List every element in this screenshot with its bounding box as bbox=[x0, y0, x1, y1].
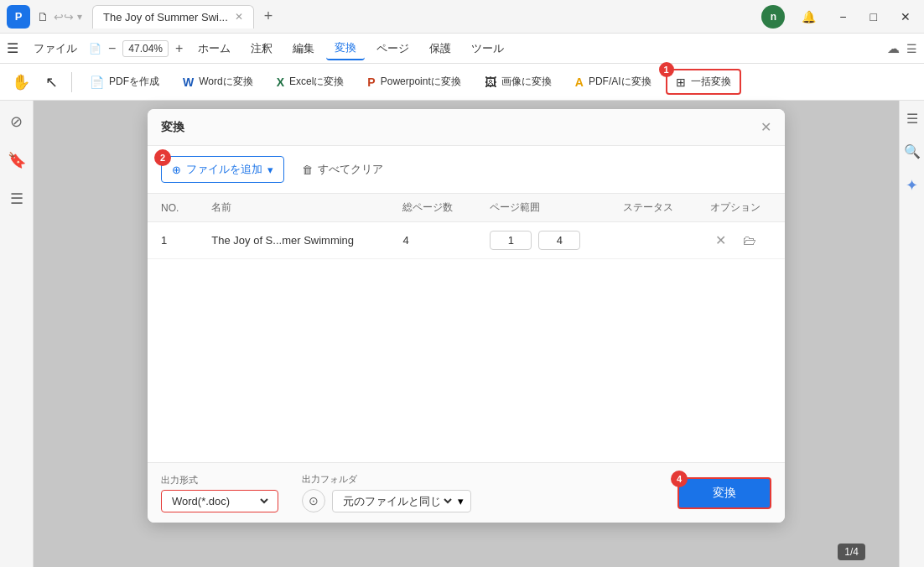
folder-circle-icon[interactable]: ⊙ bbox=[302, 489, 325, 512]
menu-more-icon[interactable]: ☰ bbox=[906, 42, 917, 55]
tab-title: The Joy of Summer Swi... bbox=[103, 11, 228, 23]
hand-tool[interactable]: ✋ bbox=[7, 70, 35, 95]
word-convert-button[interactable]: W Wordに変換 bbox=[174, 70, 262, 94]
image-convert-button[interactable]: 🖼 画像に変換 bbox=[475, 70, 561, 94]
row-folder-button[interactable]: 🗁 bbox=[738, 231, 761, 250]
word-icon: W bbox=[183, 75, 194, 89]
doc-icon: 🗋 bbox=[37, 10, 49, 23]
create-pdf-button[interactable]: 📄 PDFを作成 bbox=[80, 70, 169, 94]
dialog-close-button[interactable]: ✕ bbox=[760, 119, 771, 135]
clear-icon: 🗑 bbox=[302, 164, 313, 176]
right-icon-panel[interactable]: ☰ bbox=[903, 107, 921, 130]
add-file-button[interactable]: ⊕ ファイルを追加 ▾ bbox=[161, 156, 284, 183]
col-no: NO. bbox=[148, 194, 198, 222]
output-format-label: 出力形式 bbox=[161, 474, 278, 486]
excel-convert-button[interactable]: X Excelに変換 bbox=[267, 70, 354, 94]
row-no: 1 bbox=[148, 222, 198, 259]
batch-convert-button[interactable]: ⊞ 一括変換 bbox=[666, 69, 741, 95]
batch-icon: ⊞ bbox=[676, 75, 686, 89]
title-dropdown[interactable]: ▾ bbox=[77, 11, 82, 23]
col-name: 名前 bbox=[198, 194, 389, 222]
page-indicator: 1/4 bbox=[838, 544, 865, 560]
tab-close[interactable]: ✕ bbox=[235, 11, 243, 23]
pdfai-icon: A bbox=[575, 75, 584, 89]
table-body: 1 The Joy of S...mer Swimming 4 bbox=[148, 222, 785, 259]
sidebar-icon-comments[interactable]: ☰ bbox=[5, 185, 29, 213]
zoom-out-btn[interactable]: − bbox=[105, 39, 119, 58]
output-format-select[interactable]: Word(*.doc) Word(*.docx) Excel(*.xls) Po… bbox=[169, 494, 271, 508]
menu-protect[interactable]: 保護 bbox=[421, 38, 459, 60]
page-to-input[interactable] bbox=[538, 231, 580, 250]
select-tool[interactable]: ↖ bbox=[40, 70, 63, 95]
menu-tools[interactable]: ツール bbox=[463, 38, 512, 60]
ppt-convert-button[interactable]: P Powerpointに変換 bbox=[358, 70, 470, 94]
title-bar: P 🗋 ↩ ↪ ▾ The Joy of Summer Swi... ✕ + n… bbox=[0, 0, 924, 34]
dialog-overlay: 変換 ✕ 2 ⊕ ファイルを追加 ▾ 🗑 すべて bbox=[34, 101, 899, 567]
sidebar-icon-thumbnail[interactable]: ⊘ bbox=[5, 107, 28, 136]
dialog-footer: 出力形式 Word(*.doc) Word(*.docx) Excel(*.xl… bbox=[148, 462, 785, 523]
minimize-button[interactable]: − bbox=[833, 7, 853, 27]
file-table-area: NO. 名前 総ページ数 ページ範囲 ステータス オプション 1 bbox=[148, 194, 785, 462]
dialog-header: 変換 ✕ bbox=[148, 109, 785, 146]
image-convert-wrapper: 🖼 画像に変換 bbox=[475, 70, 561, 94]
file-table: NO. 名前 総ページ数 ページ範囲 ステータス オプション 1 bbox=[148, 194, 785, 259]
row-remove-button[interactable]: ✕ bbox=[710, 231, 731, 250]
page-from-input[interactable] bbox=[490, 231, 532, 250]
right-icon-search[interactable]: 🔍 bbox=[901, 140, 924, 163]
zoom-value[interactable]: 47.04% bbox=[122, 40, 169, 57]
zoom-in-btn[interactable]: + bbox=[172, 39, 186, 58]
cloud-icon[interactable]: ☁ bbox=[887, 41, 900, 56]
folder-row: ⊙ 元のファイルと同じ カスタム ▾ bbox=[302, 489, 471, 512]
sidebar-icon-bookmark[interactable]: 🔖 bbox=[3, 146, 31, 174]
menu-page[interactable]: ページ bbox=[368, 38, 418, 60]
add-file-wrapper: 2 ⊕ ファイルを追加 ▾ bbox=[161, 156, 284, 183]
col-status: ステータス bbox=[610, 194, 697, 222]
output-format-select-wrapper[interactable]: Word(*.doc) Word(*.docx) Excel(*.xls) Po… bbox=[161, 490, 278, 512]
convert-button[interactable]: 変換 bbox=[677, 477, 771, 509]
left-sidebar: ⊘ 🔖 ☰ bbox=[0, 101, 34, 567]
dialog-toolbar: 2 ⊕ ファイルを追加 ▾ 🗑 すべてクリア bbox=[148, 146, 785, 194]
output-folder-select-wrapper[interactable]: 元のファイルと同じ カスタム ▾ bbox=[332, 490, 471, 512]
user-avatar[interactable]: n bbox=[761, 5, 785, 29]
menu-annotate[interactable]: 注釈 bbox=[242, 38, 281, 60]
menu-home[interactable]: ホーム bbox=[189, 38, 239, 60]
file-icon: 📄 bbox=[89, 43, 101, 55]
create-pdf-icon: 📄 bbox=[90, 75, 104, 89]
col-options: オプション bbox=[697, 194, 785, 222]
col-range: ページ範囲 bbox=[476, 194, 609, 222]
maximize-button[interactable]: □ bbox=[864, 7, 884, 27]
menu-right-actions: ☁ ☰ bbox=[887, 41, 917, 56]
title-undo[interactable]: ↩ bbox=[54, 10, 64, 23]
ppt-convert-wrapper: P Powerpointに変換 bbox=[358, 70, 470, 94]
window-actions: n 🔔 − □ ✕ bbox=[761, 5, 917, 29]
close-button[interactable]: ✕ bbox=[894, 7, 917, 27]
convert-badge: 4 bbox=[671, 471, 688, 487]
title-redo[interactable]: ↪ bbox=[64, 10, 74, 23]
clear-all-button[interactable]: 🗑 すべてクリア bbox=[291, 156, 394, 183]
image-icon: 🖼 bbox=[485, 75, 496, 89]
output-folder-select[interactable]: 元のファイルと同じ カスタム bbox=[340, 494, 454, 508]
add-file-badge: 2 bbox=[154, 149, 171, 166]
main-layout: ⊘ 🔖 ☰ 変換 ✕ 2 ⊕ ファイルを追加 bbox=[0, 101, 924, 567]
folder-dropdown-icon: ▾ bbox=[458, 495, 464, 507]
row-pages: 4 bbox=[389, 222, 476, 259]
active-tab[interactable]: The Joy of Summer Swi... ✕ bbox=[92, 5, 254, 29]
menu-file[interactable]: ファイル bbox=[25, 38, 86, 60]
notification-icon[interactable]: 🔔 bbox=[795, 7, 823, 27]
convert-button-wrapper: 4 変換 bbox=[677, 477, 771, 509]
create-pdf-wrapper: 📄 PDFを作成 bbox=[80, 70, 169, 94]
menu-hamburger-icon[interactable]: ☰ bbox=[7, 40, 18, 56]
convert-dialog: 変換 ✕ 2 ⊕ ファイルを追加 ▾ 🗑 すべて bbox=[148, 109, 785, 523]
excel-convert-wrapper: X Excelに変換 bbox=[267, 70, 354, 94]
right-icon-sparkle[interactable]: ✦ bbox=[902, 173, 921, 198]
table-header: NO. 名前 総ページ数 ページ範囲 ステータス オプション bbox=[148, 194, 785, 222]
menu-bar: ☰ ファイル 📄 − 47.04% + ホーム 注釈 編集 変換 ページ 保護 … bbox=[0, 34, 924, 64]
menu-edit[interactable]: 編集 bbox=[284, 38, 323, 60]
menu-convert[interactable]: 変換 bbox=[326, 37, 365, 60]
new-tab-button[interactable]: + bbox=[257, 4, 280, 29]
output-format-section: 出力形式 Word(*.doc) Word(*.docx) Excel(*.xl… bbox=[161, 474, 278, 512]
pdfai-convert-button[interactable]: A PDF/AIに変換 bbox=[566, 70, 661, 94]
dialog-title: 変換 bbox=[161, 120, 184, 135]
row-range bbox=[476, 222, 609, 259]
row-name: The Joy of S...mer Swimming bbox=[198, 222, 389, 259]
